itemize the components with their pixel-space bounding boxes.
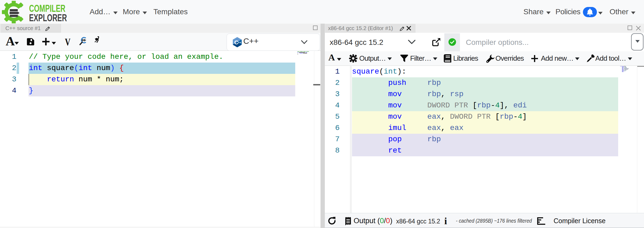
svg-text:++: ++ (238, 41, 241, 44)
